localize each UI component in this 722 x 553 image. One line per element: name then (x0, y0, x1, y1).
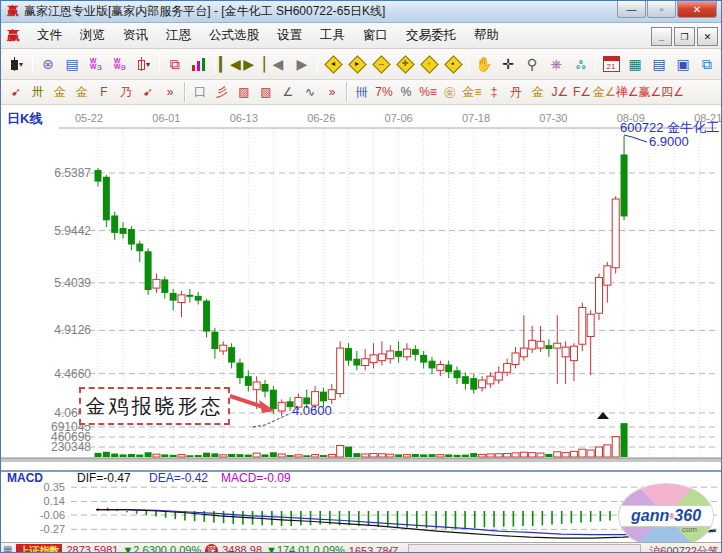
angle-four-button[interactable]: 四∠ (661, 82, 684, 102)
restore-button[interactable]: ▫ (647, 1, 676, 18)
notes-button[interactable]: ▤ (647, 52, 671, 76)
circled-gold-button[interactable]: ㊎ (439, 82, 461, 102)
zoom-in-diamond-button[interactable]: ▪ (441, 52, 465, 76)
percent-7-button[interactable]: 7% (373, 82, 395, 102)
last-bar-icon: ▶▕ (243, 56, 265, 72)
close-button[interactable]: ✕ (677, 1, 717, 18)
wave-count-9-button[interactable]: ʬ₉ (108, 52, 132, 76)
menu-item-6[interactable]: 工具 (311, 24, 354, 47)
menu-item-3[interactable]: 江恩 (157, 24, 200, 47)
squeeze-right-button[interactable]: ▸ (345, 52, 369, 76)
mdi-restore-button[interactable]: ❐ (674, 27, 695, 46)
circled-gold-icon: ㊎ (444, 84, 456, 101)
gann-angles-button[interactable]: ∠ (277, 82, 299, 102)
gann-rocket-grid-button[interactable]: ➹ (137, 82, 159, 102)
tick-panel-label[interactable]: 沪600722分笔 (649, 544, 719, 553)
info-panel-icon: ▤ (65, 56, 78, 72)
angle-j-icon: J∠ (552, 85, 569, 99)
gann-nai-grid-button[interactable]: 乃 (115, 82, 137, 102)
percent-lines-button[interactable]: %≡ (417, 82, 439, 102)
angle-gold-icon: 金∠ (593, 84, 616, 101)
gold-lines-button[interactable]: 金≡ (461, 82, 483, 102)
gann-gold-grid-2-button[interactable]: 金 (71, 82, 93, 102)
gann-rocket-button[interactable]: ➹ (5, 82, 27, 102)
price-axis-label: 4.4660 (54, 367, 91, 381)
volume-ladder-button[interactable]: 卌 (351, 82, 373, 102)
menu-item-7[interactable]: 窗口 (354, 24, 397, 47)
angle-win-button[interactable]: 赢∠ (639, 82, 662, 102)
menu-item-4[interactable]: 公式选股 (200, 24, 268, 47)
percent-icon: % (401, 85, 412, 99)
gann-fan-button[interactable]: 彡 (211, 82, 233, 102)
menu-item-1[interactable]: 浏览 (71, 24, 114, 47)
sh-index-badge[interactable]: 上证指数 (16, 544, 62, 553)
more-tools-2-button[interactable]: » (321, 82, 343, 102)
toolbar-separator (595, 54, 596, 74)
single-candle-button[interactable]: ▾ (132, 52, 156, 76)
prev-bar-icon: ◀ (273, 56, 284, 72)
dan-tool-button[interactable]: 丹 (505, 82, 527, 102)
mdi-close-button[interactable]: ✕ (697, 27, 718, 46)
toolbar-separator (214, 54, 215, 74)
zoom-tool-icon: ⚲ (527, 56, 537, 72)
menu-item-2[interactable]: 资讯 (114, 24, 157, 47)
minimize-button[interactable]: — (617, 1, 646, 18)
mdi-minimize-button[interactable]: _ (651, 27, 672, 46)
zigzag-tool-button[interactable]: ∿ (299, 82, 321, 102)
percent-button[interactable]: % (395, 82, 417, 102)
price-box-button[interactable]: 囗 (189, 82, 211, 102)
gann-grid-button[interactable]: 卅 (27, 82, 49, 102)
menu-item-5[interactable]: 设置 (268, 24, 311, 47)
last-bar-button[interactable]: ▶▕ (242, 52, 266, 76)
shaded-box-2-button[interactable]: ▧ (255, 82, 277, 102)
menu-item-9[interactable]: 帮助 (465, 24, 508, 47)
kline-style-button[interactable]: ▾ (5, 52, 29, 76)
low-label-pointer (253, 414, 289, 427)
gold-tool-button[interactable]: 金 (527, 82, 549, 102)
color-histogram-button[interactable] (187, 52, 211, 76)
first-bar-button[interactable]: ▎◀ (218, 52, 242, 76)
pattern-search-button[interactable]: ⊛ (36, 52, 60, 76)
annotation-arrow (230, 396, 263, 407)
angle-j-button[interactable]: J∠ (549, 82, 571, 102)
next-bar-icon: ▶ (297, 56, 308, 72)
sz-index-badge[interactable]: 深 (205, 544, 218, 553)
calendar-button[interactable]: 21 (599, 52, 623, 76)
compress-h-button[interactable]: ↔ (369, 52, 393, 76)
hand-tool-button[interactable]: ✋ (472, 52, 496, 76)
prev-bar-button[interactable]: ◀ (266, 52, 290, 76)
shaded-box-1-button[interactable]: ▨ (233, 82, 255, 102)
zoom-out-diamond-button[interactable]: ◦ (417, 52, 441, 76)
angle-chan-button[interactable]: 禅∠ (616, 82, 639, 102)
toolbar-separator (159, 54, 160, 74)
gann-gold-grid-2-icon: 金 (76, 84, 88, 101)
wave-count-3-button[interactable]: ʬ₃ (84, 52, 108, 76)
candle-icon (138, 57, 145, 71)
status-bar: ▦ 上证指数 2873.5981 ▼2.6300 0.09% 深 3488.98… (1, 542, 721, 553)
angle-gold-button[interactable]: 金∠ (593, 82, 616, 102)
gann-nai-grid-icon: 乃 (120, 84, 132, 101)
crosshair-tool-button[interactable]: ✛ (496, 52, 520, 76)
more-tools-1-button[interactable]: » (159, 82, 181, 102)
rocket-flag-button[interactable]: ‡ (483, 82, 505, 102)
mark-tool-button[interactable]: ⎈ (544, 52, 568, 76)
calculator-button[interactable]: ▦ (623, 52, 647, 76)
expand-all-button[interactable]: ✛ (393, 52, 417, 76)
pattern-annotation-box[interactable]: 金鸡报晓形态 (79, 387, 230, 425)
angle-f-button[interactable]: F∠ (571, 82, 593, 102)
zoom-tool-button[interactable]: ⚲ (520, 52, 544, 76)
gann360-logo-band: gann®360 (618, 505, 714, 527)
menu-item-8[interactable]: 交易委托 (397, 24, 465, 47)
save-button[interactable]: ▣ (671, 52, 695, 76)
macd-indicator-label[interactable]: MACD (7, 471, 43, 485)
squeeze-left-button[interactable]: ◂ (321, 52, 345, 76)
info-panel-button[interactable]: ▤ (60, 52, 84, 76)
next-bar-button[interactable]: ▶ (290, 52, 314, 76)
transfer-button[interactable]: ⧉ (695, 52, 719, 76)
gann-gold-grid-1-button[interactable]: 金 (49, 82, 71, 102)
compare-chart-button[interactable]: ⧉ (163, 52, 187, 76)
smart-analysis-button[interactable]: ஃ (568, 52, 592, 76)
angle-four-icon: 四∠ (661, 84, 684, 101)
gann-f-grid-button[interactable]: F (93, 82, 115, 102)
menu-item-0[interactable]: 文件 (28, 24, 71, 47)
